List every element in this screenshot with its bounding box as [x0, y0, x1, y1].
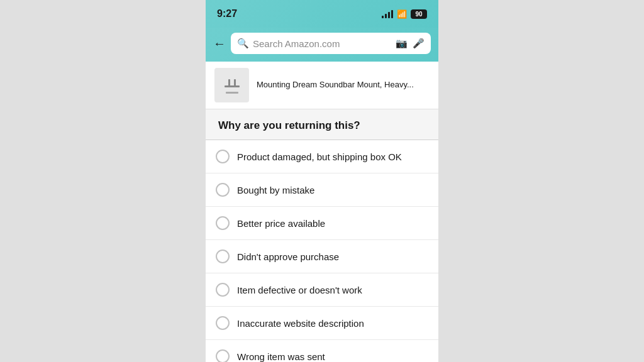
reason-item-inaccurate[interactable]: Inaccurate website description	[206, 307, 438, 340]
radio-defective[interactable]	[216, 283, 230, 297]
signal-icon	[382, 9, 393, 18]
reason-label-no-approve: Didn't approve purchase	[237, 251, 339, 262]
radio-damaged[interactable]	[216, 150, 230, 163]
reason-item-damaged[interactable]: Product damaged, but shipping box OK	[206, 140, 438, 173]
phone-container: 9:27 📶 90 ← 🔍 Search Amazon.com 📷 🎤	[206, 0, 438, 362]
microphone-icon[interactable]: 🎤	[413, 38, 425, 49]
reasons-list: Product damaged, but shipping box OKBoug…	[206, 140, 438, 362]
camera-icon[interactable]: 📷	[396, 38, 408, 49]
reason-label-defective: Item defective or doesn't work	[237, 285, 362, 295]
status-time: 9:27	[217, 8, 237, 19]
reason-item-no-approve[interactable]: Didn't approve purchase	[206, 240, 438, 273]
svg-rect-3	[226, 92, 238, 94]
search-bar[interactable]: 🔍 Search Amazon.com 📷 🎤	[231, 33, 431, 54]
svg-rect-0	[225, 85, 240, 87]
product-image	[214, 68, 249, 102]
product-thumbnail	[219, 73, 245, 98]
return-section: Why are you returning this? Product dama…	[206, 109, 438, 362]
reason-item-better-price[interactable]: Better price available	[206, 207, 438, 240]
product-name: Mounting Dream Soundbar Mount, Heavy...	[257, 79, 414, 90]
search-icon: 🔍	[237, 38, 249, 49]
radio-better-price[interactable]	[216, 216, 230, 230]
svg-rect-1	[228, 79, 230, 87]
radio-no-approve[interactable]	[216, 250, 230, 263]
reason-item-mistake[interactable]: Bought by mistake	[206, 173, 438, 207]
back-button[interactable]: ←	[213, 36, 226, 51]
reason-label-mistake: Bought by mistake	[237, 185, 314, 195]
reason-label-wrong-item: Wrong item was sent	[237, 351, 325, 362]
reason-item-wrong-item[interactable]: Wrong item was sent	[206, 340, 438, 362]
reason-item-defective[interactable]: Item defective or doesn't work	[206, 273, 438, 307]
status-icons: 📶 90	[382, 9, 427, 19]
search-right-icons: 📷 🎤	[396, 38, 425, 49]
status-bar: 9:27 📶 90	[206, 0, 438, 28]
reason-label-inaccurate: Inaccurate website description	[237, 318, 364, 329]
wifi-icon: 📶	[397, 9, 407, 19]
radio-mistake[interactable]	[216, 183, 230, 197]
search-bar-area: ← 🔍 Search Amazon.com 📷 🎤	[206, 28, 438, 62]
reason-label-better-price: Better price available	[237, 218, 325, 229]
search-input[interactable]: Search Amazon.com	[253, 38, 392, 49]
radio-inaccurate[interactable]	[216, 316, 230, 330]
battery-indicator: 90	[411, 9, 427, 19]
return-question: Why are you returning this?	[206, 109, 438, 140]
reason-label-damaged: Product damaged, but shipping box OK	[237, 151, 402, 162]
radio-wrong-item[interactable]	[216, 349, 230, 362]
svg-rect-2	[234, 79, 236, 87]
product-strip: Mounting Dream Soundbar Mount, Heavy...	[206, 62, 438, 109]
